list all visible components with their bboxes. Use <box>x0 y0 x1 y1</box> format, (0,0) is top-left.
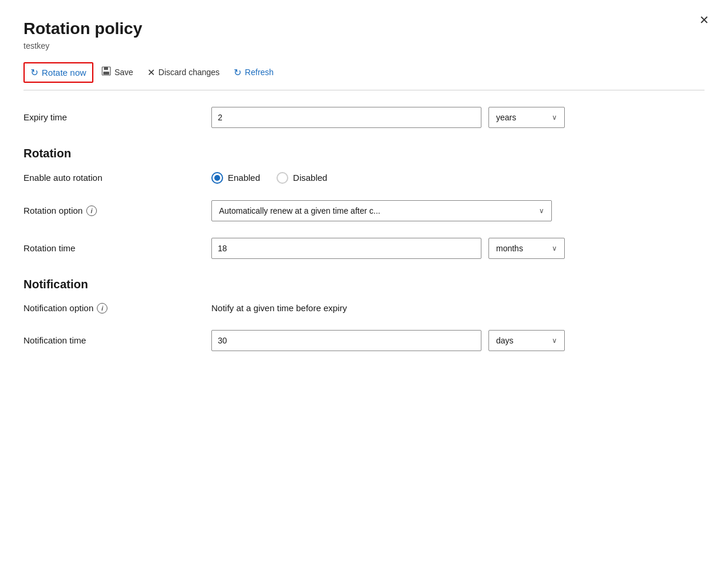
rotation-option-chevron-icon: ∨ <box>539 207 544 215</box>
svg-rect-1 <box>104 67 108 70</box>
rotation-time-label: Rotation time <box>23 243 211 253</box>
expiry-unit-value: years <box>496 113 516 122</box>
notification-time-row: Notification time days ∨ <box>23 330 705 351</box>
rotation-section-title: Rotation <box>23 147 705 160</box>
rotation-option-row: Rotation option i Automatically renew at… <box>23 200 705 221</box>
notification-section: Notification Notification option i Notif… <box>23 278 705 351</box>
notification-option-label-text: Notification option <box>23 303 93 313</box>
save-label: Save <box>114 68 133 77</box>
notification-option-value: Notify at a given time before expiry <box>211 303 347 313</box>
save-button[interactable]: Save <box>96 63 139 82</box>
enabled-radio-circle <box>211 172 223 184</box>
refresh-label: Refresh <box>245 68 274 77</box>
auto-rotation-radio-group: Enabled Disabled <box>211 172 327 184</box>
notification-time-label: Notification time <box>23 335 211 345</box>
discard-icon: ✕ <box>147 67 155 78</box>
notification-time-unit-value: days <box>496 336 514 345</box>
expiry-time-label: Expiry time <box>23 112 211 122</box>
enabled-radio-label: Enabled <box>228 173 260 183</box>
rotation-time-controls: months ∨ <box>211 238 705 259</box>
discard-label: Discard changes <box>159 68 220 77</box>
rotation-option-label: Rotation option i <box>23 205 211 216</box>
rotation-option-value: Automatically renew at a given time afte… <box>219 206 380 215</box>
notification-time-input[interactable] <box>211 330 481 351</box>
expiry-time-input[interactable] <box>211 107 481 128</box>
expiry-unit-chevron-icon: ∨ <box>552 113 557 122</box>
expiry-time-section: Expiry time years ∨ <box>23 107 705 128</box>
expiry-time-row: Expiry time years ∨ <box>23 107 705 128</box>
rotate-now-icon: ↻ <box>31 67 38 78</box>
rotation-option-controls: Automatically renew at a given time afte… <box>211 200 705 221</box>
refresh-icon: ↻ <box>234 67 241 78</box>
notification-option-row: Notification option i Notify at a given … <box>23 303 705 314</box>
rotate-now-button[interactable]: ↻ Rotate now <box>23 62 93 83</box>
rotation-policy-panel: ✕ Rotation policy testkey ↻ Rotate now S… <box>0 0 728 566</box>
rotation-option-label-text: Rotation option <box>23 205 83 215</box>
auto-rotation-controls: Enabled Disabled <box>211 172 705 184</box>
rotation-time-input[interactable] <box>211 238 481 259</box>
auto-rotation-label: Enable auto rotation <box>23 173 211 183</box>
close-button[interactable]: ✕ <box>699 14 709 26</box>
panel-title: Rotation policy <box>23 19 705 39</box>
panel-subtitle: testkey <box>23 41 705 50</box>
disabled-radio-circle <box>277 172 288 184</box>
notification-time-unit-chevron-icon: ∨ <box>552 336 557 345</box>
notification-option-controls: Notify at a given time before expiry <box>211 303 705 313</box>
rotation-option-select[interactable]: Automatically renew at a given time afte… <box>211 200 552 221</box>
notification-time-unit-select[interactable]: days ∨ <box>488 330 565 351</box>
expiry-time-controls: years ∨ <box>211 107 705 128</box>
refresh-button[interactable]: ↻ Refresh <box>228 63 279 82</box>
rotation-time-unit-value: months <box>496 244 523 253</box>
notification-time-controls: days ∨ <box>211 330 705 351</box>
rotation-section: Rotation Enable auto rotation Enabled Di… <box>23 147 705 259</box>
save-icon <box>102 66 111 78</box>
enabled-radio-option[interactable]: Enabled <box>211 172 260 184</box>
rotation-time-row: Rotation time months ∨ <box>23 238 705 259</box>
svg-rect-2 <box>103 72 109 75</box>
notification-section-title: Notification <box>23 278 705 291</box>
expiry-unit-select[interactable]: years ∨ <box>488 107 565 128</box>
notification-option-info-icon: i <box>97 303 107 314</box>
rotation-time-unit-chevron-icon: ∨ <box>552 244 557 252</box>
notification-option-label: Notification option i <box>23 303 211 314</box>
enabled-radio-dot <box>214 175 220 181</box>
rotation-option-info-icon: i <box>86 205 97 216</box>
auto-rotation-row: Enable auto rotation Enabled Disabled <box>23 172 705 184</box>
toolbar: ↻ Rotate now Save ✕ Discard changes ↻ Re… <box>23 62 705 90</box>
rotate-now-label: Rotate now <box>42 68 86 78</box>
discard-changes-button[interactable]: ✕ Discard changes <box>141 63 225 82</box>
rotation-time-unit-select[interactable]: months ∨ <box>488 238 565 259</box>
disabled-radio-option[interactable]: Disabled <box>277 172 327 184</box>
disabled-radio-label: Disabled <box>293 173 327 183</box>
